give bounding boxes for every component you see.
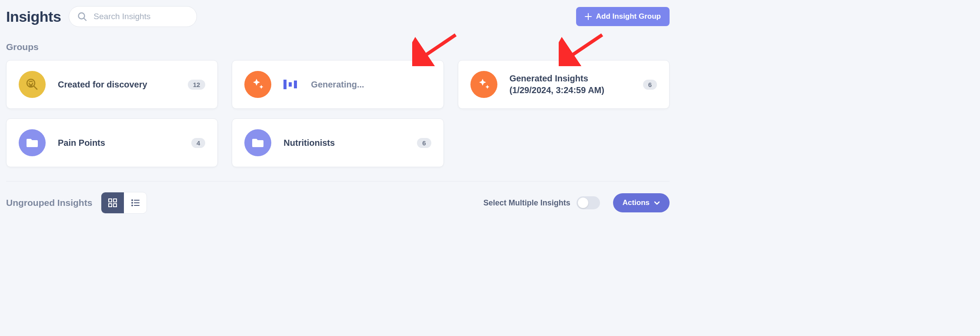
grid-icon xyxy=(108,198,117,208)
search-field[interactable] xyxy=(69,6,197,27)
multiselect-label: Select Multiple Insights xyxy=(483,198,570,208)
svg-rect-6 xyxy=(109,199,112,202)
add-insight-group-label: Add Insight Group xyxy=(596,12,661,21)
groups-section-label: Groups xyxy=(6,42,670,52)
group-card-count: 4 xyxy=(191,138,205,148)
chevron-down-icon xyxy=(654,200,660,206)
svg-rect-8 xyxy=(109,204,112,207)
svg-point-14 xyxy=(132,205,133,206)
header-row: Insights Add Insight Group xyxy=(6,6,670,27)
group-card-title: Generating... xyxy=(311,79,431,91)
sparkle-icon xyxy=(244,71,271,98)
multiselect-toggle[interactable] xyxy=(577,196,600,209)
group-card-title: Pain Points xyxy=(58,137,179,149)
group-card-title: Created for discovery xyxy=(58,79,176,91)
groups-grid: Created for discovery 12 Generating... xyxy=(6,60,670,167)
group-card[interactable]: Generated Insights (1/29/2024, 3:24:59 A… xyxy=(458,60,670,109)
group-card-title: Generated Insights (1/29/2024, 3:24:59 A… xyxy=(510,73,631,96)
group-card-count: 6 xyxy=(417,138,431,148)
group-card[interactable]: Created for discovery 12 xyxy=(6,60,218,109)
plus-icon xyxy=(585,13,592,20)
add-insight-group-button[interactable]: Add Insight Group xyxy=(576,7,670,26)
group-card-title: Nutritionists xyxy=(283,137,405,149)
group-card[interactable]: Generating... xyxy=(232,60,443,109)
group-card[interactable]: Pain Points 4 xyxy=(6,118,218,167)
loading-indicator-icon xyxy=(283,80,297,89)
list-view-button[interactable] xyxy=(124,192,147,213)
group-card[interactable]: Nutritionists 6 xyxy=(232,118,443,167)
view-toggle xyxy=(101,192,147,214)
svg-point-10 xyxy=(132,200,133,201)
group-card-count: 6 xyxy=(643,80,657,90)
search-input[interactable] xyxy=(93,11,189,22)
svg-rect-9 xyxy=(113,204,117,207)
discovery-icon xyxy=(19,71,46,98)
actions-button[interactable]: Actions xyxy=(613,193,670,212)
search-icon xyxy=(77,11,87,22)
svg-point-12 xyxy=(132,202,133,203)
svg-line-5 xyxy=(34,86,37,89)
svg-rect-7 xyxy=(113,199,117,202)
group-card-count: 12 xyxy=(188,80,206,90)
actions-button-label: Actions xyxy=(623,198,650,207)
folder-icon xyxy=(244,129,271,156)
folder-icon xyxy=(19,129,46,156)
ungrouped-section-label: Ungrouped Insights xyxy=(6,198,92,208)
sparkle-icon xyxy=(470,71,497,98)
svg-line-1 xyxy=(84,18,86,20)
list-icon xyxy=(130,198,140,208)
divider xyxy=(6,181,670,181)
page-title: Insights xyxy=(6,8,61,25)
ungrouped-toolbar: Ungrouped Insights Select Multiple Insig… xyxy=(6,192,670,222)
grid-view-button[interactable] xyxy=(101,192,124,213)
insights-page: Insights Add Insight Group Groups Create… xyxy=(0,0,676,222)
toggle-knob xyxy=(578,198,588,208)
